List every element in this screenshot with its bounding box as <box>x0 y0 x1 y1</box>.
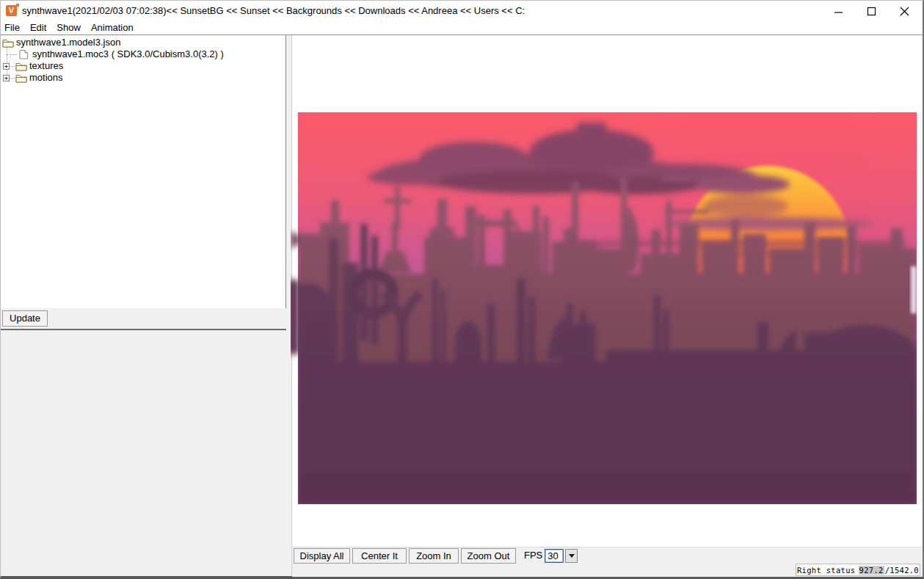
fps-label: FPS <box>524 547 542 564</box>
status-value-current: 927.2 <box>859 566 884 575</box>
fps-combobox[interactable]: 30 <box>545 549 564 563</box>
menu-bar: File Edit Show Animation <box>1 21 923 35</box>
close-icon <box>900 7 909 16</box>
chevron-down-icon <box>569 554 575 558</box>
app-window: V synthwave1(2021/02/03 07:02:38)<< Suns… <box>0 0 924 579</box>
window-title: synthwave1(2021/02/03 07:02:38)<< Sunset… <box>22 1 525 21</box>
status-field: Right status 927.2 /1542.0 <box>796 564 920 576</box>
model-canvas-artwork[interactable] <box>291 112 917 504</box>
menu-edit[interactable]: Edit <box>25 21 51 34</box>
viewer-canvas[interactable]: Display All Center It Zoom In Zoom Out F… <box>291 35 923 576</box>
menu-file[interactable]: File <box>1 21 25 34</box>
tree-item-motions[interactable]: + motions <box>1 72 285 84</box>
update-row: Update <box>1 308 286 330</box>
update-button[interactable]: Update <box>2 310 48 327</box>
folder-icon <box>15 73 27 86</box>
status-strip: Right status 927.2 /1542.0 <box>292 564 923 577</box>
menu-animation[interactable]: Animation <box>86 21 139 34</box>
tree-item-textures[interactable]: + textures <box>1 60 285 72</box>
status-value-total: /1542.0 <box>884 566 920 575</box>
menu-show[interactable]: Show <box>51 21 86 34</box>
tree-item-model3-json[interactable]: synthwave1.model3.json <box>1 37 285 48</box>
model-tree: synthwave1.model3.json synthwave1.moc3 (… <box>1 35 286 309</box>
close-button[interactable] <box>888 1 921 21</box>
zoom-in-button[interactable]: Zoom In <box>409 548 459 564</box>
left-panel: synthwave1.model3.json synthwave1.moc3 (… <box>1 35 286 576</box>
expand-icon[interactable]: + <box>3 75 10 81</box>
zoom-out-button[interactable]: Zoom Out <box>461 548 516 564</box>
left-lower-panel <box>1 330 286 576</box>
status-label: Right status <box>796 566 856 575</box>
minimize-icon <box>834 7 843 16</box>
fps-dropdown-button[interactable] <box>565 549 578 563</box>
maximize-icon <box>867 7 876 16</box>
maximize-button[interactable] <box>855 1 888 21</box>
tree-item-moc3[interactable]: synthwave1.moc3 ( SDK3.0/Cubism3.0(3.2) … <box>1 48 285 60</box>
display-all-button[interactable]: Display All <box>294 548 350 564</box>
center-it-button[interactable]: Center It <box>352 548 407 564</box>
expand-icon[interactable]: + <box>3 63 10 70</box>
title-bar[interactable]: V synthwave1(2021/02/03 07:02:38)<< Suns… <box>1 1 923 21</box>
viewer-toolbar: Display All Center It Zoom In Zoom Out F… <box>292 547 923 564</box>
minimize-button[interactable] <box>822 1 855 21</box>
app-icon: V <box>6 4 18 17</box>
